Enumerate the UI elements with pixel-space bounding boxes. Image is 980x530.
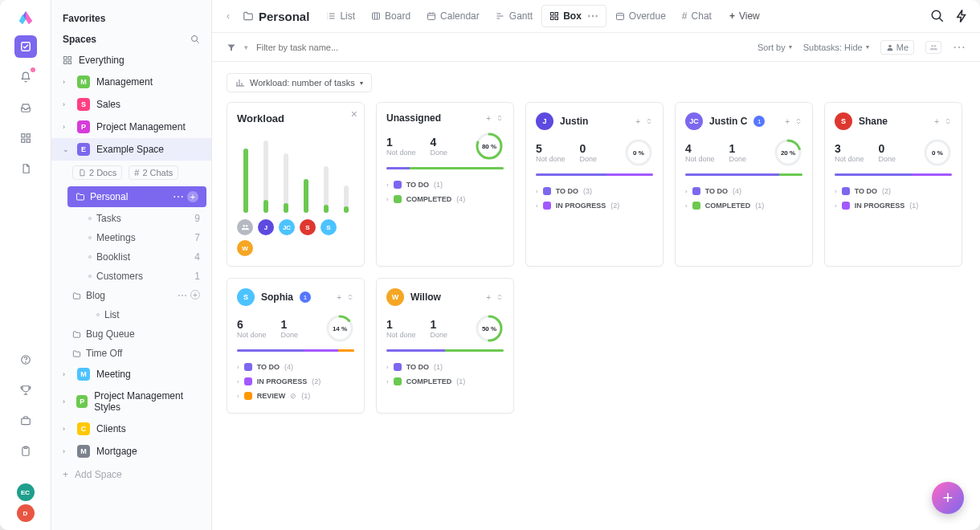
expand-icon[interactable] <box>944 117 952 126</box>
avatar[interactable] <box>237 219 253 235</box>
more-icon[interactable]: ⋯ <box>178 290 187 301</box>
svg-rect-9 <box>24 446 27 448</box>
plus-icon[interactable]: + <box>190 290 200 300</box>
view-tab-box[interactable]: Box⋯ <box>541 5 606 27</box>
rail-avatar-1[interactable]: EC <box>17 483 35 501</box>
more-icon[interactable]: ⋯ <box>173 191 184 202</box>
rail-inbox[interactable] <box>14 96 37 119</box>
sidebar-everything[interactable]: Everything <box>51 50 211 71</box>
avatar[interactable]: S <box>300 219 316 235</box>
sidebar-active-list[interactable]: Personal ⋯+ <box>67 186 206 207</box>
rail-avatar-2[interactable]: D <box>17 504 35 522</box>
workload-toggle[interactable]: Workload: number of tasks ▾ <box>227 73 372 92</box>
status-row[interactable]: ›TO DO(1) <box>386 177 504 192</box>
view-tab-calendar[interactable]: Calendar <box>419 6 487 26</box>
rail-home[interactable] <box>14 35 37 58</box>
avatar[interactable]: JC <box>279 219 295 235</box>
docs-chip[interactable]: 2 Docs <box>72 165 122 180</box>
add-task-icon[interactable]: + <box>486 114 491 123</box>
sidebar-space[interactable]: ›CClients <box>51 418 211 440</box>
breadcrumb-title[interactable]: Personal <box>236 6 316 26</box>
sidebar-folder[interactable]: Blog⋯+ <box>51 286 211 305</box>
expand-icon[interactable] <box>496 114 504 123</box>
more-icon[interactable]: ⋯ <box>587 10 598 22</box>
search-icon[interactable] <box>930 9 945 23</box>
rail-docs[interactable] <box>14 157 37 180</box>
status-row[interactable]: ›TO DO(4) <box>685 184 802 198</box>
add-space[interactable]: + Add Space <box>51 463 211 487</box>
status-row[interactable]: ›IN PROGRESS(1) <box>835 198 952 213</box>
avatar[interactable]: J <box>536 112 553 130</box>
chats-chip[interactable]: # 2 Chats <box>129 165 178 180</box>
sidebar-folder[interactable]: Time Off <box>51 344 211 363</box>
add-task-icon[interactable]: + <box>934 117 939 126</box>
status-row[interactable]: ›COMPLETED(4) <box>386 192 504 206</box>
sidebar-folder[interactable]: Bug Queue <box>51 324 211 344</box>
rail-help[interactable] <box>14 349 37 371</box>
spaces-header[interactable]: Spaces <box>51 29 211 50</box>
view-tab-list[interactable]: List <box>319 6 362 26</box>
add-list-icon[interactable]: + <box>187 191 198 202</box>
rail-notifications[interactable] <box>14 66 37 88</box>
sidebar-space[interactable]: ›PProject Management <box>51 116 211 138</box>
view-tab-board[interactable]: Board <box>364 6 418 26</box>
view-tab-gantt[interactable]: Gantt <box>488 6 540 26</box>
avatar[interactable]: S <box>237 288 255 306</box>
add-view[interactable]: +View <box>722 6 767 26</box>
favorites-header[interactable]: Favorites <box>51 8 211 29</box>
add-task-icon[interactable]: + <box>785 117 790 126</box>
sidebar-space[interactable]: ⌄EExample Space <box>51 138 211 161</box>
sort-by[interactable]: Sort by ▾ <box>757 43 792 52</box>
status-row[interactable]: ›COMPLETED(1) <box>386 374 504 389</box>
view-tab-overdue[interactable]: Overdue <box>608 6 673 26</box>
sidebar-list-item[interactable]: Meetings7 <box>51 228 211 247</box>
subtasks-toggle[interactable]: Subtasks: Hide ▾ <box>803 43 869 52</box>
avatar[interactable]: J <box>258 219 274 235</box>
assignee-filter[interactable] <box>925 41 941 54</box>
add-task-icon[interactable]: + <box>635 117 640 126</box>
sidebar-space[interactable]: ›MMeeting <box>51 363 211 385</box>
collapse-sidebar-icon[interactable]: ‹ <box>223 7 233 25</box>
expand-icon[interactable] <box>496 293 504 302</box>
view-tab-chat[interactable]: #Chat <box>675 6 719 26</box>
status-row[interactable]: ›IN PROGRESS(2) <box>237 374 354 389</box>
rail-clips[interactable] <box>14 440 37 463</box>
avatar[interactable]: S <box>835 112 852 130</box>
search-icon[interactable] <box>190 35 200 44</box>
status-row[interactable]: ›COMPLETED(1) <box>685 198 802 213</box>
sidebar-list-item[interactable]: List <box>51 305 211 324</box>
expand-icon[interactable] <box>346 293 354 302</box>
filter-input[interactable] <box>256 43 401 52</box>
me-filter[interactable]: Me <box>880 40 914 55</box>
expand-icon[interactable] <box>794 117 802 126</box>
avatar[interactable]: W <box>237 240 253 256</box>
status-row[interactable]: ›TO DO(2) <box>835 184 952 198</box>
status-row[interactable]: ›IN PROGRESS(2) <box>536 198 653 213</box>
filter-icon[interactable] <box>227 43 236 52</box>
close-icon[interactable]: × <box>351 108 357 120</box>
rail-dashboards[interactable] <box>14 127 37 149</box>
avatar[interactable]: JC <box>685 112 703 130</box>
expand-icon[interactable] <box>645 117 653 126</box>
rail-goals[interactable] <box>14 379 37 402</box>
sidebar-space[interactable]: ›PProject Management Styles <box>51 385 211 418</box>
chevron-down-icon[interactable]: ▾ <box>244 43 248 51</box>
sidebar-list-item[interactable]: Booklist4 <box>51 247 211 267</box>
avatar[interactable]: S <box>321 219 337 235</box>
add-task-icon[interactable]: + <box>337 293 341 302</box>
create-fab[interactable]: + <box>932 482 964 514</box>
status-row[interactable]: ›TO DO(1) <box>386 360 504 374</box>
status-row[interactable]: ›REVIEW⊘(1) <box>237 389 354 403</box>
sidebar-list-item[interactable]: Customers1 <box>51 267 211 286</box>
avatar[interactable]: W <box>386 288 404 306</box>
sidebar-space[interactable]: ›MManagement <box>51 71 211 93</box>
sidebar-space[interactable]: ›MMortgage <box>51 440 211 463</box>
rail-apps[interactable] <box>14 410 37 432</box>
sidebar-space[interactable]: ›SSales <box>51 93 211 116</box>
add-task-icon[interactable]: + <box>486 293 491 302</box>
status-row[interactable]: ›TO DO(4) <box>237 360 354 374</box>
more-icon[interactable]: ⋯ <box>953 39 966 55</box>
sidebar-list-item[interactable]: Tasks9 <box>51 209 211 228</box>
status-row[interactable]: ›TO DO(3) <box>536 184 653 198</box>
bolt-icon[interactable] <box>954 9 969 23</box>
